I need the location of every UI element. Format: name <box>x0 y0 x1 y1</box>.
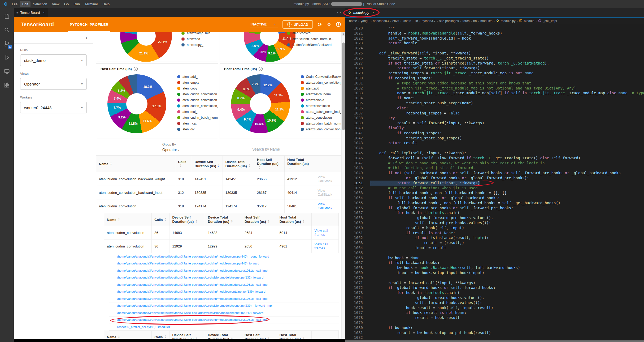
scroll-up-icon[interactable]: ▲ <box>342 32 345 36</box>
code-line[interactable]: 1031 # type ignore was added because at … <box>345 81 644 86</box>
code-line[interactable]: 1048 # this function, and just call forw… <box>345 165 644 170</box>
code-line[interactable]: 1046 forward_call = (self._slow_forward … <box>345 156 644 161</box>
extensions-icon[interactable] <box>1 79 13 91</box>
code-line[interactable]: 1055 full_backward_hooks, non_full_backw… <box>345 200 644 206</box>
column-header[interactable]: Device Self Duration (us)▲▼ <box>192 156 223 172</box>
code-line[interactable]: 1021 handle = hooks.RemovableHandle(self… <box>345 31 644 36</box>
code-line[interactable]: 1058 _global_forward_pre_hooks.values(), <box>345 215 644 220</box>
upload-button[interactable]: i UPLOAD <box>282 20 313 29</box>
collapse-sidebar-icon[interactable]: ‹ <box>86 35 87 40</box>
code-line[interactable]: 1032 # torch.jit._trace._trace_module_ma… <box>345 86 644 91</box>
menu-help[interactable]: Help <box>100 1 112 7</box>
code-line[interactable]: 1020 """ <box>345 26 644 31</box>
menu-view[interactable]: View <box>50 1 62 7</box>
breadcrumb-item[interactable]: torch <box>463 19 470 23</box>
code-area[interactable]: 1020 """1021 handle = hooks.RemovableHan… <box>345 24 644 340</box>
code-line[interactable]: 1028 return self.forward(*input, **kwarg… <box>345 66 644 71</box>
column-header[interactable]: Name▲▼ <box>104 331 152 339</box>
code-line[interactable]: 1074 _global_forward_hooks.values(), <box>345 295 644 300</box>
runs-select[interactable]: stack_demo▼ <box>20 54 87 66</box>
explorer-icon[interactable] <box>1 10 13 22</box>
code-line[interactable]: 1077 if hook_result is not None: <box>345 310 644 315</box>
view-callstack-link[interactable]: View CallStack <box>318 202 332 210</box>
code-line[interactable]: 1066 bw_hook = None <box>345 255 644 260</box>
code-line[interactable]: 1041 if recording_scopes: <box>345 131 644 136</box>
column-header[interactable]: Calls▲▼ <box>152 213 169 226</box>
help-icon[interactable]: ? <box>259 67 263 71</box>
code-line[interactable]: 1079 <box>345 320 644 325</box>
breadcrumb-item[interactable]: home <box>349 19 357 23</box>
call-frame-link[interactable]: /home/yangu/anaconda3/envs/kineto/lib/py… <box>117 290 266 293</box>
code-line[interactable]: 1045 def _call_impl(self, *input, **kwar… <box>345 151 644 156</box>
tab-tensorboard[interactable]: ≡ TensorBoard × <box>14 8 48 17</box>
search-icon[interactable] <box>1 24 13 36</box>
code-line[interactable]: 1082 <box>345 335 644 340</box>
code-line[interactable]: 1073 for hook in itertools.chain( <box>345 290 644 295</box>
group-by-select[interactable]: Group ByOperator ▾ <box>162 143 194 153</box>
breadcrumb[interactable]: home›yangu›anaconda3›envs›kineto›lib›pyt… <box>345 18 644 24</box>
call-frame-link[interactable]: /home/yangu/anaconda3/envs/kineto/lib/py… <box>117 297 268 300</box>
column-header[interactable]: Calls▲▼ <box>152 331 169 339</box>
status-dropdown[interactable]: INACTIVE▼ <box>250 21 278 28</box>
code-line[interactable]: 1053 full_backward_hooks, non_full_backw… <box>345 190 644 195</box>
code-line[interactable]: 1047 # If we don't have any hooks, we wa… <box>345 161 644 166</box>
breadcrumb-file[interactable]: module.py <box>501 19 515 23</box>
column-header[interactable]: Host Self Duration (us)▲▼ <box>254 156 284 172</box>
breadcrumb-item[interactable]: anaconda3 <box>373 19 389 23</box>
column-header[interactable]: Device Self Duration (us)▲▼ <box>169 213 205 226</box>
code-line[interactable]: 1056 if _global_forward_pre_hooks or sel… <box>345 206 644 211</box>
call-frame-link[interactable]: /home/yangu/anaconda3/envs/kineto/lib/py… <box>117 269 268 272</box>
menu-selection[interactable]: Selection <box>31 1 49 7</box>
code-line[interactable]: 1024 <box>345 46 644 51</box>
code-line[interactable]: 1059 self._forward_pre_hooks.values()): <box>345 220 644 225</box>
code-line[interactable]: 1039 result = self.forward(*input, **kwa… <box>345 121 644 126</box>
call-frame-link[interactable]: /home/yangu/anaconda3/envs/kineto/lib/py… <box>117 318 268 321</box>
column-header[interactable] <box>312 213 339 226</box>
code-line[interactable]: 1063 result = (result,) <box>345 240 644 245</box>
code-line[interactable]: 1036 else: <box>345 106 644 111</box>
code-line[interactable]: 1075 self._forward_hooks.values()): <box>345 300 644 305</box>
breadcrumb-item[interactable]: python3.7 <box>422 19 436 23</box>
code-line[interactable]: 1026 tracing_state = torch._C._get_traci… <box>345 56 644 61</box>
more-actions-icon[interactable]: ⋯ <box>337 8 341 17</box>
code-line[interactable]: 1034 if name: <box>345 96 644 101</box>
column-header[interactable]: Host Total Duration (us)▲▼ <box>285 156 315 172</box>
code-line[interactable]: 1043 return result <box>345 140 644 146</box>
close-icon[interactable]: × <box>43 10 45 15</box>
column-header[interactable]: Device Total Duration (us)▲▼ <box>205 331 242 339</box>
breadcrumb-item[interactable]: kineto <box>403 19 411 23</box>
code-line[interactable]: 1076 hook_result = hook(self, input, res… <box>345 305 644 310</box>
menu-edit[interactable]: Edit <box>20 1 31 7</box>
breadcrumb-item[interactable]: envs <box>392 19 399 23</box>
breadcrumb-item[interactable]: modules <box>480 19 492 23</box>
code-line[interactable]: 1050 or _global_forward_hooks or _global… <box>345 176 644 181</box>
call-frame-link[interactable]: /home/yangu/anaconda3/envs/kineto/lib/py… <box>117 311 263 314</box>
help-icon[interactable]: ? <box>134 67 138 71</box>
help-icon[interactable]: ? <box>336 22 341 27</box>
column-header[interactable]: Host Total Duration (us)▲▼ <box>277 213 312 226</box>
column-header[interactable] <box>315 156 341 172</box>
call-frame-link[interactable]: resnet50_profiler_api.py(45): <module> <box>117 325 171 328</box>
menu-terminal[interactable]: Terminal <box>82 1 100 7</box>
view-callstack-link[interactable]: View call frames <box>314 229 328 237</box>
remote-explorer-icon[interactable] <box>1 65 13 78</box>
column-header[interactable]: Calls▲▼ <box>175 156 192 172</box>
code-line[interactable]: 1038 try: <box>345 116 644 121</box>
source-control-icon[interactable]: 12 <box>1 38 13 50</box>
workers-select[interactable]: worker0_24448▼ <box>20 102 87 113</box>
code-line[interactable]: 1057 for hook in itertools.chain( <box>345 210 644 215</box>
code-line[interactable]: 1060 result = hook(self, input) <box>345 225 644 230</box>
tab-module-py[interactable]: module.py × <box>345 8 377 17</box>
breadcrumb-item[interactable]: lib <box>415 19 418 23</box>
code-line[interactable]: 1027 if not tracing_state or isinstance(… <box>345 61 644 66</box>
column-header[interactable]: Host Self Duration (us)▲▼ <box>242 213 277 226</box>
code-line[interactable]: 1042 tracing_state.pop_scope() <box>345 136 644 141</box>
code-line[interactable]: 1072 if _global_forward_hooks or self._f… <box>345 285 644 290</box>
code-line[interactable]: 1052 # Do not call functions when jit is… <box>345 186 644 191</box>
breadcrumb-item[interactable]: yangu <box>361 19 369 23</box>
column-header[interactable]: Name▲▼ <box>104 213 152 226</box>
call-frame-link[interactable]: /home/yangu/anaconda3/envs/kineto/lib/py… <box>117 283 268 286</box>
views-select[interactable]: Operator▼ <box>20 78 87 90</box>
code-line[interactable]: 1035 tracing_state.push_scope(name) <box>345 101 644 106</box>
tab-pytorch-profiler[interactable]: PYTORCH_PROFILER <box>68 17 110 32</box>
